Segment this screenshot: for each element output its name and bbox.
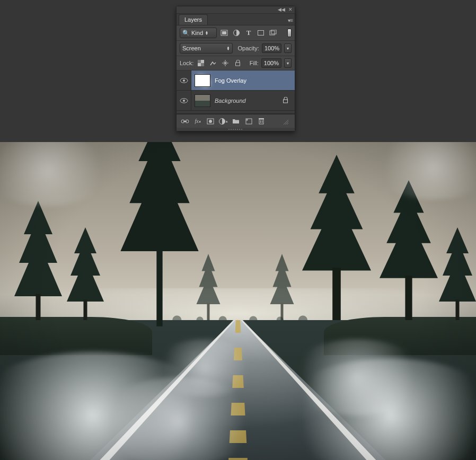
blend-row: Screen ▲▼ Opacity: 100% ▾ [177, 41, 295, 56]
opacity-label: Opacity: [238, 45, 259, 51]
blend-mode-dropdown[interactable]: Screen ▲▼ [180, 43, 233, 54]
visibility-toggle[interactable] [177, 70, 191, 90]
filter-kind-dropdown[interactable]: 🔍 Kind ▲▼ [180, 28, 217, 38]
fill-label: Fill: [250, 60, 259, 66]
filter-shape-icon[interactable] [256, 28, 266, 38]
lock-image-icon[interactable] [208, 58, 218, 68]
filter-type-icon[interactable]: T [244, 28, 253, 38]
svg-rect-3 [258, 31, 264, 36]
blend-mode-value: Screen [182, 45, 201, 51]
layer-mask-thumbnail[interactable] [195, 74, 210, 87]
filter-adjust-icon[interactable] [232, 28, 241, 38]
new-layer-icon[interactable] [243, 116, 254, 127]
layers-panel: ◀◀ ✕ Layers ▾≡ 🔍 Kind ▲▼ T Screen [176, 6, 295, 131]
svg-rect-4 [270, 31, 275, 35]
link-layers-icon[interactable] [180, 116, 190, 127]
layer-row[interactable]: Fog Overlay [177, 70, 295, 91]
add-mask-icon[interactable] [205, 116, 216, 127]
search-icon: 🔍 [182, 30, 190, 37]
panel-footer: fx▴ ▴ [177, 114, 295, 128]
close-icon[interactable]: ✕ [288, 7, 293, 12]
svg-point-19 [209, 120, 212, 123]
svg-rect-1 [222, 31, 226, 34]
layer-name[interactable]: Background [215, 98, 278, 104]
fill-input[interactable]: 100% [261, 58, 281, 68]
lock-all-icon[interactable] [233, 58, 242, 68]
svg-rect-14 [284, 100, 288, 103]
collapse-icon[interactable]: ◀◀ [278, 7, 285, 12]
new-adjustment-icon[interactable]: ▴ [218, 116, 228, 127]
svg-rect-5 [271, 30, 276, 34]
filter-smart-icon[interactable] [268, 28, 278, 38]
lock-position-icon[interactable] [221, 58, 230, 68]
chevron-updown-icon: ▲▼ [227, 46, 230, 50]
lock-label: Lock: [180, 60, 193, 66]
canvas-preview [0, 142, 476, 460]
lock-transparent-icon[interactable] [196, 58, 206, 68]
filter-row: 🔍 Kind ▲▼ T [177, 25, 295, 41]
opacity-input[interactable]: 100% [262, 43, 281, 53]
layer-thumbnail[interactable] [195, 94, 210, 107]
svg-rect-8 [201, 63, 204, 66]
lock-row: Lock: Fill: 100% ▾ [177, 56, 295, 70]
layer-name[interactable]: Fog Overlay [215, 77, 292, 84]
svg-rect-7 [198, 60, 201, 63]
delete-layer-icon[interactable] [256, 116, 267, 127]
visibility-toggle[interactable] [177, 91, 191, 110]
fill-stepper[interactable]: ▾ [284, 58, 292, 68]
filter-pixel-icon[interactable] [219, 28, 229, 38]
lock-icon [283, 97, 288, 104]
svg-point-13 [183, 100, 185, 102]
layer-list: Fog Overlay Background [177, 70, 295, 114]
panel-resize-handle[interactable] [177, 128, 295, 131]
panel-titlebar[interactable]: ◀◀ ✕ [177, 6, 295, 14]
panel-menu-icon[interactable]: ▾≡ [288, 17, 293, 23]
svg-rect-17 [183, 121, 187, 122]
filter-kind-label: Kind [191, 30, 203, 36]
new-group-icon[interactable] [231, 116, 241, 127]
resize-grip-icon[interactable] [281, 117, 292, 128]
eye-icon [180, 78, 188, 83]
svg-rect-23 [259, 118, 264, 119]
fx-icon[interactable]: fx▴ [192, 116, 203, 127]
tab-layers[interactable]: Layers [179, 14, 208, 25]
chevron-updown-icon: ▲▼ [205, 31, 208, 35]
svg-rect-22 [259, 119, 263, 124]
filter-toggle-switch[interactable] [287, 29, 292, 37]
opacity-stepper[interactable]: ▾ [284, 43, 292, 53]
eye-icon [180, 98, 188, 103]
panel-tabbar: Layers ▾≡ [177, 14, 295, 25]
svg-rect-9 [235, 63, 240, 66]
svg-point-11 [183, 79, 185, 82]
layer-row[interactable]: Background [177, 91, 295, 111]
